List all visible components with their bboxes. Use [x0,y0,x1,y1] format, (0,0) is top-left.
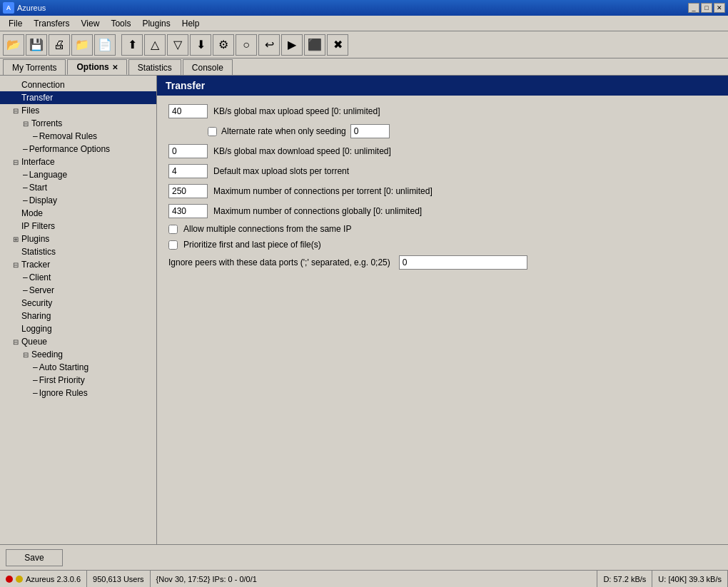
toolbar-folder[interactable]: 📁 [71,34,93,56]
max-download-label: KB/s global max download speed [0: unlim… [213,146,391,156]
max-download-input[interactable] [168,144,208,158]
toolbar-open[interactable]: 📂 [3,34,24,56]
max-upload-slots-label: Default max upload slots per torrent [213,166,349,176]
toolbar-up[interactable]: △ [144,34,166,56]
sidebar-item-seeding[interactable]: ⊟Seeding [0,348,156,361]
max-conn-global-input[interactable] [168,204,208,218]
sidebar-item-client[interactable]: –Client [0,271,156,284]
sidebar-item-language[interactable]: –Language [0,168,156,181]
tab-bar: My Torrents Options✕ Statistics Console [0,58,728,76]
allow-multiple-ip-checkbox[interactable] [168,225,178,234]
sidebar-item-transfer[interactable]: Transfer [0,91,156,104]
session-label: {Nov 30, 17:52} IPs: 0 - 0/0/1 [156,575,257,583]
toolbar-print[interactable]: 🖨 [49,34,70,56]
prioritize-checkbox[interactable] [168,240,178,250]
tab-my-torrents[interactable]: My Torrents [3,59,66,75]
max-conn-global-row: Maximum number of connections globally [… [168,204,717,218]
ignore-peers-input[interactable] [399,255,527,270]
ignore-peers-label: Ignore peers with these data ports (';' … [168,257,390,267]
toolbar-save[interactable]: 💾 [26,34,47,56]
toolbar-down-full[interactable]: ⬇ [190,34,211,56]
app-title: Azureus [17,4,46,12]
sidebar-item-security[interactable]: Security [0,297,156,310]
sidebar-item-removal-rules[interactable]: –Removal Rules [0,130,156,143]
max-conn-torrent-input[interactable] [168,184,208,198]
ignore-peers-row: Ignore peers with these data ports (';' … [168,255,717,270]
sidebar-item-logging[interactable]: Logging [0,322,156,335]
sidebar-item-connection[interactable]: Connection [0,78,156,91]
content-panel: Transfer KB/s global max upload speed [0… [157,76,728,544]
sidebar-item-tracker[interactable]: ⊟Tracker [0,258,156,271]
status-session: {Nov 30, 17:52} IPs: 0 - 0/0/1 [151,571,598,587]
tab-console[interactable]: Console [183,59,233,75]
toolbar-play[interactable]: ▶ [281,34,303,56]
close-button[interactable]: ✕ [714,3,725,13]
max-upload-input[interactable] [168,104,208,118]
max-upload-slots-input[interactable] [168,164,208,178]
status-upload: U: [40K] 39.3 kB/s [652,571,728,587]
toolbar-up-full[interactable]: ⬆ [121,34,143,56]
sidebar-item-performance-options[interactable]: –Performance Options [0,143,156,155]
status-bar: Azureus 2.3.0.6 950,613 Users {Nov 30, 1… [0,570,728,587]
toolbar-stop[interactable]: ⬛ [304,34,325,56]
menu-file[interactable]: File [3,17,28,30]
status-dot-red [6,576,13,583]
sidebar-item-queue[interactable]: ⊟Queue [0,335,156,348]
alternate-rate-row: Alternate rate when only seeding [168,124,717,138]
main-area: Connection Transfer ⊟Files ⊟Torrents –Re… [0,76,728,544]
max-upload-row: KB/s global max upload speed [0: unlimit… [168,104,717,118]
content-title: Transfer [157,76,728,96]
prioritize-label: Prioritize first and last piece of file(… [183,240,321,250]
sidebar-item-display[interactable]: –Display [0,194,156,207]
toolbar-down[interactable]: ▽ [167,34,188,56]
tab-close-icon[interactable]: ✕ [112,63,118,71]
tab-statistics[interactable]: Statistics [128,59,181,75]
download-label: D: 57.2 kB/s [603,575,646,583]
toolbar-circle[interactable]: ○ [236,34,257,56]
sidebar-item-auto-starting[interactable]: –Auto Starting [0,361,156,374]
sidebar-item-ignore-rules[interactable]: –Ignore Rules [0,387,156,399]
sidebar-item-start[interactable]: –Start [0,181,156,194]
sidebar-item-sharing[interactable]: Sharing [0,310,156,322]
status-download: D: 57.2 kB/s [597,571,652,587]
sidebar-item-torrents[interactable]: ⊟Torrents [0,117,156,130]
menu-help[interactable]: Help [176,17,206,30]
max-conn-torrent-row: Maximum number of connections per torren… [168,184,717,198]
status-dot-yellow [16,576,23,583]
sidebar-item-plugins[interactable]: ⊞Plugins [0,233,156,245]
alternate-rate-checkbox[interactable] [208,127,217,136]
max-conn-torrent-label: Maximum number of connections per torren… [213,186,433,196]
prioritize-row: Prioritize first and last piece of file(… [168,240,717,250]
maximize-button[interactable]: □ [701,3,712,13]
sidebar-item-files[interactable]: ⊟Files [0,104,156,117]
save-area: Save [0,544,728,570]
upload-label: U: [40K] 39.3 kB/s [658,575,722,583]
tab-options[interactable]: Options✕ [67,59,126,75]
toolbar-remove[interactable]: ✖ [327,34,348,56]
menu-view[interactable]: View [76,17,106,30]
status-version: Azureus 2.3.0.6 [0,571,87,587]
alternate-rate-input[interactable] [350,124,390,138]
toolbar-return[interactable]: ↩ [258,34,280,56]
menu-tools[interactable]: Tools [105,17,136,30]
sidebar-item-interface[interactable]: ⊟Interface [0,155,156,168]
menu-plugins[interactable]: Plugins [136,17,176,30]
menu-transfers[interactable]: Transfers [28,17,75,30]
toolbar: 📂 💾 🖨 📁 📄 ⬆ △ ▽ ⬇ ⚙ ○ ↩ ▶ ⬛ ✖ [0,31,728,58]
sidebar-item-first-priority[interactable]: –First Priority [0,374,156,387]
toolbar-settings[interactable]: ⚙ [213,34,234,56]
toolbar-new[interactable]: 📄 [94,34,116,56]
alternate-rate-label: Alternate rate when only seeding [221,126,346,136]
max-upload-label: KB/s global max upload speed [0: unlimit… [213,106,380,116]
minimize-button[interactable]: _ [688,3,699,13]
sidebar-item-mode[interactable]: Mode [0,207,156,220]
version-label: Azureus 2.3.0.6 [26,575,81,583]
max-download-row: KB/s global max download speed [0: unlim… [168,144,717,158]
menu-bar: File Transfers View Tools Plugins Help [0,16,728,31]
users-label: 950,613 Users [93,575,144,583]
sidebar-item-statistics[interactable]: Statistics [0,245,156,258]
sidebar-item-server[interactable]: –Server [0,284,156,297]
sidebar-item-ip-filters[interactable]: IP Filters [0,220,156,233]
max-upload-slots-row: Default max upload slots per torrent [168,164,717,178]
save-button[interactable]: Save [6,549,63,566]
